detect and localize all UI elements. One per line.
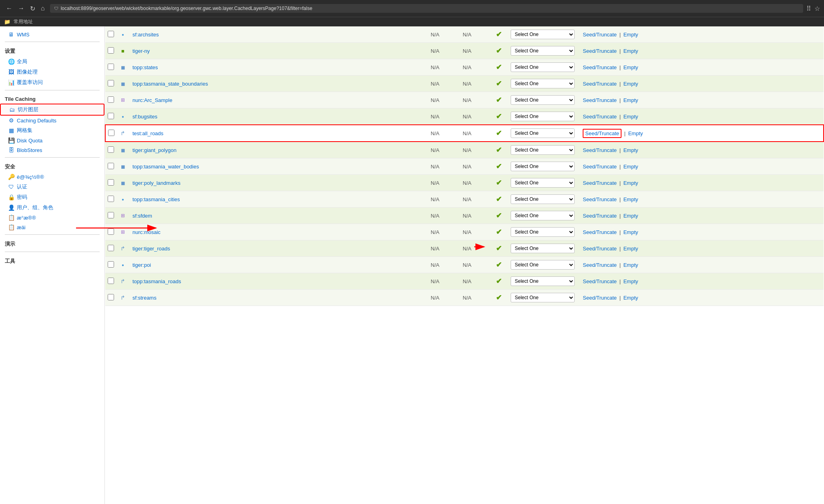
layer-checkbox[interactable]	[108, 31, 114, 37]
empty-link[interactable]: Empty	[624, 164, 638, 170]
sidebar-item-caching-defaults[interactable]: ⚙ Caching Defaults	[0, 116, 104, 125]
seed-truncate-link[interactable]: Seed/Truncate	[583, 295, 617, 301]
layer-name-link[interactable]: nurc:Arc_Sample	[132, 97, 172, 103]
layer-checkbox[interactable]	[108, 80, 114, 86]
layer-name-link[interactable]: topp:tasmania_cities	[132, 196, 180, 202]
sidebar-item-security1[interactable]: 🔑 è@¾ç½®®	[0, 172, 104, 182]
layer-name-link[interactable]: topp:tasmania_water_bodies	[132, 164, 199, 170]
layer-select[interactable]: Select One Zoom Level 1 Zoom Level 2	[511, 128, 575, 138]
layer-name-link[interactable]: nurc:mosaic	[132, 229, 160, 235]
layer-checkbox[interactable]	[108, 130, 114, 136]
layer-select[interactable]: Select One Zoom Level 1 Zoom Level 2	[511, 178, 575, 188]
forward-button[interactable]: →	[16, 4, 26, 13]
empty-link[interactable]: Empty	[624, 278, 638, 284]
empty-link[interactable]: Empty	[624, 114, 638, 120]
seed-truncate-link[interactable]: Seed/Truncate	[583, 147, 617, 153]
layer-checkbox[interactable]	[108, 146, 114, 153]
star-button[interactable]: ☆	[814, 5, 820, 12]
sidebar-item-blobstores[interactable]: 🗄 BlobStores	[0, 145, 104, 155]
layer-checkbox[interactable]	[108, 261, 114, 268]
layer-select[interactable]: Select One Zoom Level 1 Zoom Level 2	[511, 79, 575, 88]
layer-name-link[interactable]: sf:sfdem	[132, 213, 152, 219]
layer-select[interactable]: Select One Zoom Level 1 Zoom Level 2	[511, 260, 575, 270]
layer-select[interactable]: Select One Zoom Level 1 Zoom Level 2	[511, 46, 575, 56]
layer-name-link[interactable]: sf:archsites	[132, 32, 159, 38]
seed-truncate-link[interactable]: Seed/Truncate	[583, 246, 617, 252]
sidebar-item-auth[interactable]: 🛡 认证	[0, 182, 104, 192]
seed-truncate-link[interactable]: Seed/Truncate	[583, 164, 617, 170]
bookmark-item[interactable]: 常用地址	[14, 18, 33, 25]
seed-truncate-link[interactable]: Seed/Truncate	[583, 129, 622, 138]
empty-link[interactable]: Empty	[624, 147, 638, 153]
layer-select[interactable]: Select One Zoom Level 1 Zoom Level 2	[511, 276, 575, 286]
empty-link[interactable]: Empty	[624, 97, 638, 103]
empty-link[interactable]: Empty	[624, 180, 638, 186]
empty-link[interactable]: Empty	[624, 48, 638, 54]
sidebar-item-users[interactable]: 👤 用户、组、角色	[0, 202, 104, 213]
layer-select[interactable]: Select One Zoom Level 1 Zoom Level 2	[511, 211, 575, 220]
empty-link[interactable]: Empty	[624, 246, 638, 252]
layer-select[interactable]: Select One Zoom Level 1 Zoom Level 2	[511, 293, 575, 302]
layer-select[interactable]: Select One Zoom Level 1 Zoom Level 2	[511, 162, 575, 171]
back-button[interactable]: ←	[4, 4, 14, 13]
seed-truncate-link[interactable]: Seed/Truncate	[583, 278, 617, 284]
sidebar-item-image[interactable]: 🖼 图像处理	[0, 67, 104, 77]
layer-select[interactable]: Select One Zoom Level 1 Zoom Level 2	[511, 95, 575, 105]
sidebar-item-wms[interactable]: 🖥 WMS	[0, 30, 104, 39]
seed-truncate-link[interactable]: Seed/Truncate	[583, 32, 617, 38]
layer-name-link[interactable]: test:all_roads	[132, 130, 163, 136]
sidebar-item-disk-quota[interactable]: 💾 Disk Quota	[0, 136, 104, 145]
layer-name-link[interactable]: sf:bugsites	[132, 114, 157, 120]
seed-truncate-link[interactable]: Seed/Truncate	[583, 48, 617, 54]
sidebar-item-security3[interactable]: 📋 æäi	[0, 222, 104, 232]
layer-checkbox[interactable]	[108, 228, 114, 235]
layer-checkbox[interactable]	[108, 212, 114, 218]
sidebar-item-password[interactable]: 🔒 密码	[0, 192, 104, 202]
empty-link[interactable]: Empty	[624, 229, 638, 235]
layer-checkbox[interactable]	[108, 163, 114, 169]
layer-name-link[interactable]: tiger:giant_polygon	[132, 147, 176, 153]
seed-truncate-link[interactable]: Seed/Truncate	[583, 81, 617, 87]
layer-name-link[interactable]: tiger:tiger_roads	[132, 246, 170, 252]
seed-truncate-link[interactable]: Seed/Truncate	[583, 213, 617, 219]
layer-checkbox[interactable]	[108, 96, 114, 103]
layer-select[interactable]: Select One Zoom Level 1 Zoom Level 2	[511, 62, 575, 72]
layer-name-link[interactable]: tiger:poi	[132, 262, 151, 268]
layer-name-link[interactable]: sf:streams	[132, 295, 156, 301]
layer-checkbox[interactable]	[108, 47, 114, 54]
seed-truncate-link[interactable]: Seed/Truncate	[583, 262, 617, 268]
empty-link[interactable]: Empty	[624, 81, 638, 87]
layer-checkbox[interactable]	[108, 113, 114, 119]
layer-checkbox[interactable]	[108, 245, 114, 251]
refresh-button[interactable]: ↻	[28, 4, 37, 13]
seed-truncate-link[interactable]: Seed/Truncate	[583, 114, 617, 120]
layer-name-link[interactable]: topp:tasmania_state_boundaries	[132, 81, 208, 87]
empty-link[interactable]: Empty	[624, 262, 638, 268]
sidebar-item-coverage[interactable]: 📊 覆盖率访问	[0, 77, 104, 88]
layer-select[interactable]: Select One Zoom Level 1 Zoom Level 2	[511, 227, 575, 237]
sidebar-item-global[interactable]: 🌐 全局	[0, 56, 104, 67]
seed-truncate-link[interactable]: Seed/Truncate	[583, 196, 617, 202]
layer-checkbox[interactable]	[108, 179, 114, 186]
sidebar-item-security2[interactable]: 📋 æ°æ®®	[0, 213, 104, 222]
extensions-button[interactable]: ⠿	[806, 5, 811, 12]
empty-link[interactable]: Empty	[624, 32, 638, 38]
layer-name-link[interactable]: tiger-ny	[132, 48, 150, 54]
seed-truncate-link[interactable]: Seed/Truncate	[583, 229, 617, 235]
layer-name-link[interactable]: topp:states	[132, 64, 158, 70]
empty-link[interactable]: Empty	[624, 295, 638, 301]
empty-link[interactable]: Empty	[624, 196, 638, 202]
seed-truncate-link[interactable]: Seed/Truncate	[583, 97, 617, 103]
layer-name-link[interactable]: topp:tasmania_roads	[132, 278, 181, 284]
layer-checkbox[interactable]	[108, 278, 114, 284]
layer-select[interactable]: Select One Zoom Level 1 Zoom Level 2	[511, 194, 575, 204]
address-bar[interactable]: 🛡 localhost:8899/geoserver/web/wicket/bo…	[50, 4, 803, 13]
empty-link[interactable]: Empty	[624, 213, 638, 219]
layer-checkbox[interactable]	[108, 64, 114, 70]
layer-select[interactable]: Select One Zoom Level 1 Zoom Level 2	[511, 244, 575, 253]
empty-link[interactable]: Empty	[628, 130, 643, 136]
seed-truncate-link[interactable]: Seed/Truncate	[583, 180, 617, 186]
sidebar-item-gridsets[interactable]: ▦ 网格集	[0, 125, 104, 136]
home-button[interactable]: ⌂	[39, 4, 47, 13]
sidebar-item-tile-layers[interactable]: 🗂 切片图层	[0, 104, 104, 116]
